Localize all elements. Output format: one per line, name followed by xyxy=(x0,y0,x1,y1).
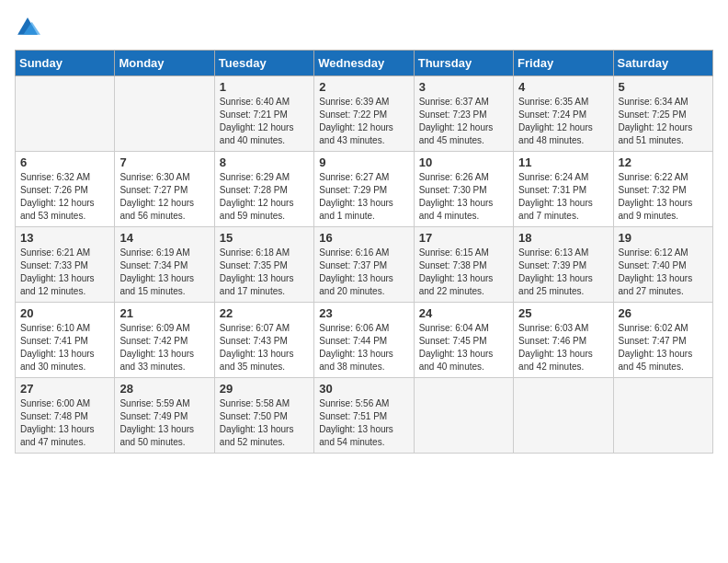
cell-sun-info: Sunrise: 6:07 AMSunset: 7:43 PMDaylight:… xyxy=(220,322,309,373)
cell-sun-info: Sunrise: 6:34 AMSunset: 7:25 PMDaylight:… xyxy=(619,96,708,147)
cell-sun-info: Sunrise: 6:39 AMSunset: 7:22 PMDaylight:… xyxy=(319,96,408,147)
calendar-table: SundayMondayTuesdayWednesdayThursdayFrid… xyxy=(15,50,713,454)
sunset-text: Sunset: 7:27 PM xyxy=(119,184,209,197)
day-number: 28 xyxy=(119,382,209,396)
sunrise-text: Sunrise: 6:37 AM xyxy=(419,96,508,109)
calendar-cell: 29Sunrise: 5:58 AMSunset: 7:50 PMDayligh… xyxy=(214,378,313,454)
day-number: 13 xyxy=(20,231,109,245)
cell-sun-info: Sunrise: 6:32 AMSunset: 7:26 PMDaylight:… xyxy=(20,171,109,223)
sunset-text: Sunset: 7:43 PM xyxy=(220,335,309,348)
sunset-text: Sunset: 7:28 PM xyxy=(220,184,309,197)
day-number: 12 xyxy=(619,155,708,169)
cell-sun-info: Sunrise: 6:10 AMSunset: 7:41 PMDaylight:… xyxy=(20,322,109,373)
sunset-text: Sunset: 7:30 PM xyxy=(419,184,508,197)
daylight-text: Daylight: 12 hours and 56 minutes. xyxy=(119,197,209,223)
daylight-text: Daylight: 13 hours and 17 minutes. xyxy=(220,272,309,298)
weekday-header-cell: Tuesday xyxy=(214,51,313,76)
daylight-text: Daylight: 13 hours and 30 minutes. xyxy=(20,348,109,373)
cell-sun-info: Sunrise: 6:35 AMSunset: 7:24 PMDaylight:… xyxy=(518,96,608,147)
cell-sun-info: Sunrise: 5:56 AMSunset: 7:51 PMDaylight:… xyxy=(319,397,408,449)
cell-sun-info: Sunrise: 5:58 AMSunset: 7:50 PMDaylight:… xyxy=(220,397,309,449)
calendar-cell xyxy=(613,378,712,454)
sunrise-text: Sunrise: 6:40 AM xyxy=(220,96,309,109)
sunrise-text: Sunrise: 6:26 AM xyxy=(419,171,508,184)
calendar-cell: 18Sunrise: 6:13 AMSunset: 7:39 PMDayligh… xyxy=(514,227,613,303)
cell-sun-info: Sunrise: 6:02 AMSunset: 7:47 PMDaylight:… xyxy=(619,322,708,373)
cell-sun-info: Sunrise: 6:13 AMSunset: 7:39 PMDaylight:… xyxy=(518,247,608,298)
daylight-text: Daylight: 13 hours and 47 minutes. xyxy=(20,423,109,449)
daylight-text: Daylight: 13 hours and 1 minute. xyxy=(319,197,408,223)
daylight-text: Daylight: 12 hours and 45 minutes. xyxy=(419,121,508,147)
calendar-cell: 10Sunrise: 6:26 AMSunset: 7:30 PMDayligh… xyxy=(414,152,513,227)
calendar-cell: 30Sunrise: 5:56 AMSunset: 7:51 PMDayligh… xyxy=(314,378,414,454)
sunrise-text: Sunrise: 6:19 AM xyxy=(119,247,209,259)
daylight-text: Daylight: 13 hours and 40 minutes. xyxy=(419,348,508,373)
calendar-cell: 16Sunrise: 6:16 AMSunset: 7:37 PMDayligh… xyxy=(314,227,414,303)
calendar-cell: 8Sunrise: 6:29 AMSunset: 7:28 PMDaylight… xyxy=(214,152,313,227)
calendar-week-row: 13Sunrise: 6:21 AMSunset: 7:33 PMDayligh… xyxy=(16,227,713,303)
day-number: 24 xyxy=(419,306,508,320)
day-number: 16 xyxy=(319,231,408,245)
daylight-text: Daylight: 13 hours and 20 minutes. xyxy=(319,272,408,298)
sunset-text: Sunset: 7:45 PM xyxy=(419,335,508,348)
sunset-text: Sunset: 7:42 PM xyxy=(119,335,209,348)
daylight-text: Daylight: 12 hours and 48 minutes. xyxy=(518,121,608,147)
daylight-text: Daylight: 13 hours and 25 minutes. xyxy=(518,272,608,298)
day-number: 11 xyxy=(518,155,608,169)
calendar-week-row: 27Sunrise: 6:00 AMSunset: 7:48 PMDayligh… xyxy=(16,378,713,454)
day-number: 17 xyxy=(419,231,508,245)
sunset-text: Sunset: 7:37 PM xyxy=(319,259,408,272)
daylight-text: Daylight: 12 hours and 51 minutes. xyxy=(619,121,708,147)
sunrise-text: Sunrise: 6:13 AM xyxy=(518,247,608,259)
day-number: 14 xyxy=(119,231,209,245)
sunrise-text: Sunrise: 6:15 AM xyxy=(419,247,508,259)
logo-icon xyxy=(15,15,40,40)
cell-sun-info: Sunrise: 6:18 AMSunset: 7:35 PMDaylight:… xyxy=(220,247,309,298)
cell-sun-info: Sunrise: 6:15 AMSunset: 7:38 PMDaylight:… xyxy=(419,247,508,298)
cell-sun-info: Sunrise: 6:22 AMSunset: 7:32 PMDaylight:… xyxy=(619,171,708,223)
sunset-text: Sunset: 7:47 PM xyxy=(619,335,708,348)
day-number: 21 xyxy=(119,306,209,320)
calendar-cell: 22Sunrise: 6:07 AMSunset: 7:43 PMDayligh… xyxy=(214,303,313,378)
day-number: 3 xyxy=(419,80,508,94)
sunrise-text: Sunrise: 6:39 AM xyxy=(319,96,408,109)
day-number: 29 xyxy=(220,382,309,396)
sunset-text: Sunset: 7:25 PM xyxy=(619,109,708,121)
weekday-header-cell: Saturday xyxy=(613,51,712,76)
calendar-cell: 9Sunrise: 6:27 AMSunset: 7:29 PMDaylight… xyxy=(314,152,414,227)
sunset-text: Sunset: 7:23 PM xyxy=(419,109,508,121)
daylight-text: Daylight: 13 hours and 54 minutes. xyxy=(319,423,408,449)
sunrise-text: Sunrise: 6:04 AM xyxy=(419,322,508,335)
sunrise-text: Sunrise: 6:03 AM xyxy=(518,322,608,335)
day-number: 18 xyxy=(518,231,608,245)
sunset-text: Sunset: 7:44 PM xyxy=(319,335,408,348)
daylight-text: Daylight: 13 hours and 4 minutes. xyxy=(419,197,508,223)
cell-sun-info: Sunrise: 6:24 AMSunset: 7:31 PMDaylight:… xyxy=(518,171,608,223)
calendar-cell: 7Sunrise: 6:30 AMSunset: 7:27 PMDaylight… xyxy=(115,152,214,227)
daylight-text: Daylight: 13 hours and 22 minutes. xyxy=(419,272,508,298)
day-number: 4 xyxy=(518,80,608,94)
sunset-text: Sunset: 7:24 PM xyxy=(518,109,608,121)
weekday-header-cell: Sunday xyxy=(16,51,115,76)
day-number: 1 xyxy=(220,80,309,94)
calendar-week-row: 6Sunrise: 6:32 AMSunset: 7:26 PMDaylight… xyxy=(16,152,713,227)
daylight-text: Daylight: 13 hours and 45 minutes. xyxy=(619,348,708,373)
sunset-text: Sunset: 7:33 PM xyxy=(20,259,109,272)
day-number: 30 xyxy=(319,382,408,396)
daylight-text: Daylight: 12 hours and 59 minutes. xyxy=(220,197,309,223)
cell-sun-info: Sunrise: 6:30 AMSunset: 7:27 PMDaylight:… xyxy=(119,171,209,223)
sunrise-text: Sunrise: 6:24 AM xyxy=(518,171,608,184)
daylight-text: Daylight: 13 hours and 33 minutes. xyxy=(119,348,209,373)
calendar-cell: 28Sunrise: 5:59 AMSunset: 7:49 PMDayligh… xyxy=(115,378,214,454)
sunset-text: Sunset: 7:39 PM xyxy=(518,259,608,272)
sunrise-text: Sunrise: 6:00 AM xyxy=(20,397,109,410)
cell-sun-info: Sunrise: 5:59 AMSunset: 7:49 PMDaylight:… xyxy=(119,397,209,449)
calendar-cell: 14Sunrise: 6:19 AMSunset: 7:34 PMDayligh… xyxy=(115,227,214,303)
sunrise-text: Sunrise: 6:09 AM xyxy=(119,322,209,335)
sunset-text: Sunset: 7:41 PM xyxy=(20,335,109,348)
calendar-body: 1Sunrise: 6:40 AMSunset: 7:21 PMDaylight… xyxy=(16,76,713,454)
day-number: 8 xyxy=(220,155,309,169)
sunset-text: Sunset: 7:34 PM xyxy=(119,259,209,272)
calendar-cell: 6Sunrise: 6:32 AMSunset: 7:26 PMDaylight… xyxy=(16,152,115,227)
daylight-text: Daylight: 13 hours and 27 minutes. xyxy=(619,272,708,298)
